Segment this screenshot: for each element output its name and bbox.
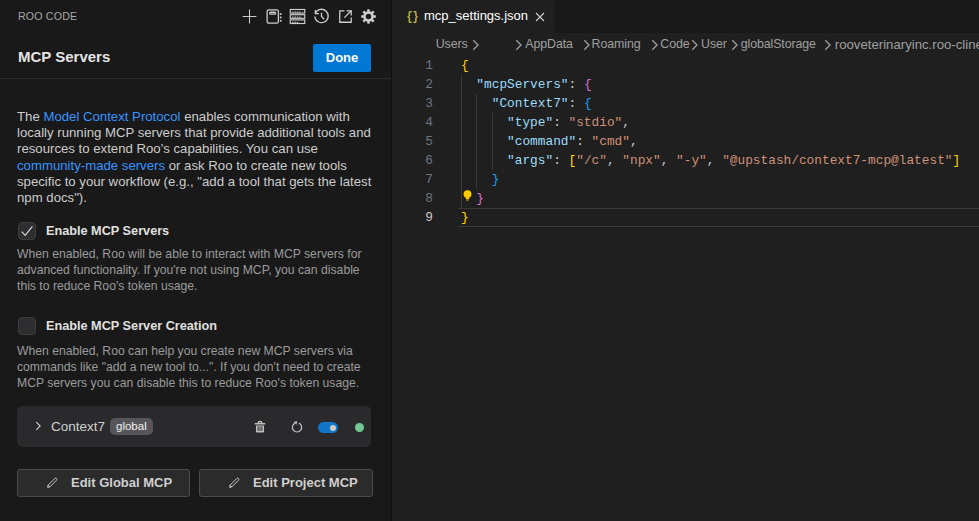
svg-text:{}: {}	[407, 10, 419, 23]
